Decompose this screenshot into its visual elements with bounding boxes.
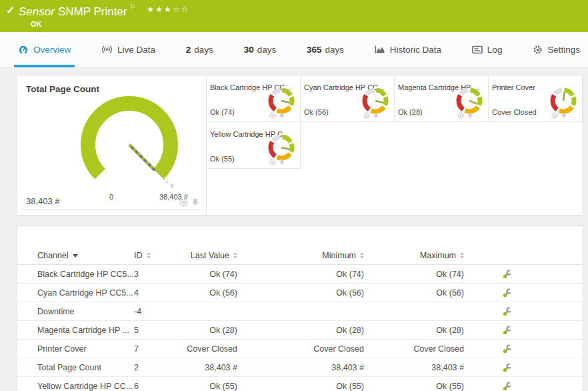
empty-cell xyxy=(489,122,583,169)
column-header-maximum[interactable]: Maximum xyxy=(384,246,484,265)
tab-live-data[interactable]: Live Data xyxy=(100,32,157,67)
mini-gauge-cell[interactable]: Magenta Cartridge HP ...Ok (28) xyxy=(395,75,489,122)
wrench-icon[interactable] xyxy=(503,288,583,298)
channel-name: Yellow Cartridge HP CC... xyxy=(17,377,134,391)
channel-minimum: Ok (28) xyxy=(257,321,384,340)
column-label: Maximum xyxy=(420,251,456,260)
column-header-last-value[interactable]: Last Value xyxy=(177,246,257,265)
channel-minimum: 38,403 # xyxy=(257,358,384,377)
pin-icon[interactable] xyxy=(279,112,285,119)
gear-icon[interactable] xyxy=(551,111,559,119)
sensor-status-text: OK xyxy=(31,20,42,28)
column-header-minimum[interactable]: Minimum xyxy=(257,246,384,265)
channel-minimum: Ok (55) xyxy=(257,377,384,391)
sort-desc-icon xyxy=(73,254,78,258)
tab-30-days[interactable]: 30days xyxy=(243,32,278,67)
channel-last-value: Ok (28) xyxy=(177,321,257,340)
channel-minimum: Ok (74) xyxy=(257,265,384,284)
tab-settings[interactable]: Settings xyxy=(531,32,581,67)
tab-number: 2 xyxy=(186,45,191,55)
star-icon[interactable]: ☆ xyxy=(173,5,181,14)
channel-name: Magenta Cartridge HP ... xyxy=(17,321,134,340)
status-ok-icon: ✓ xyxy=(6,4,15,17)
log-icon xyxy=(472,45,483,54)
table-row[interactable]: Magenta Cartridge HP ...5Ok (28)Ok (28)O… xyxy=(17,321,583,340)
table-row[interactable]: Yellow Cartridge HP CC...6Ok (55)Ok (55)… xyxy=(17,377,583,391)
empty-cell xyxy=(301,122,395,169)
star-icon[interactable]: ☆ xyxy=(181,5,189,14)
gauges-panel: Total Page Count x 0 38,403 # 38,403 # B… xyxy=(17,75,583,216)
table-row[interactable]: Printer Cover7Cover ClosedCover ClosedCo… xyxy=(17,340,583,358)
sensor-title: SensorSNMP Printer⚐★★★☆☆ xyxy=(19,3,189,19)
wrench-icon[interactable] xyxy=(503,381,583,391)
wrench-icon[interactable] xyxy=(503,344,583,354)
tab-log[interactable]: Log xyxy=(471,32,504,67)
gear-icon[interactable] xyxy=(179,198,189,208)
channel-last-value: 38,403 # xyxy=(177,358,257,377)
gear-icon[interactable] xyxy=(363,111,371,119)
live-icon xyxy=(101,45,113,54)
tab-number: 30 xyxy=(244,45,254,55)
mini-gauges-grid: Black Cartridge HP CC...Ok (74)Cyan Cart… xyxy=(207,75,583,215)
tab-label: Live Data xyxy=(117,45,155,55)
star-icon[interactable]: ★ xyxy=(164,5,173,14)
channel-maximum: Ok (28) xyxy=(384,321,484,340)
channel-last-value: Ok (55) xyxy=(177,377,257,391)
pin-icon[interactable] xyxy=(561,112,567,119)
channel-name: Cyan Cartridge HP CC5... xyxy=(17,284,134,302)
gauge-icon xyxy=(18,45,29,55)
table-row[interactable]: Downtime-4 xyxy=(17,302,583,321)
wrench-icon[interactable] xyxy=(503,325,583,335)
star-icon[interactable]: ★ xyxy=(147,5,155,14)
column-header-id[interactable]: ID xyxy=(134,246,177,265)
channels-table: ChannelIDLast ValueMinimumMaximum Black … xyxy=(17,246,583,391)
star-icon[interactable]: ★ xyxy=(155,5,164,14)
gauge-scale-min: 0 xyxy=(109,193,113,201)
mini-gauge-cell[interactable]: Black Cartridge HP CC...Ok (74) xyxy=(207,75,301,122)
column-header-channel[interactable]: Channel xyxy=(17,246,134,265)
total-page-count-gauge: x xyxy=(44,83,215,210)
mini-gauge-cell[interactable]: Cyan Cartridge HP CC...Ok (56) xyxy=(301,75,395,122)
mini-gauge-cell[interactable]: Yellow Cartridge HP C...Ok (55) xyxy=(207,122,301,169)
table-row[interactable]: Black Cartridge HP CC5...3Ok (74)Ok (74)… xyxy=(17,265,583,284)
channel-id: 7 xyxy=(134,340,177,358)
tab-number: 365 xyxy=(307,45,322,55)
sort-icon xyxy=(360,252,364,259)
flag-icon[interactable]: ⚐ xyxy=(129,3,136,11)
main-gauge-cell: Total Page Count x 0 38,403 # 38,403 # xyxy=(17,75,207,215)
tab-label: days xyxy=(257,45,277,55)
sort-icon xyxy=(233,252,237,259)
sensor-name: SNMP Printer xyxy=(58,5,127,18)
mini-gauge-cell[interactable]: Printer CoverCover Closed xyxy=(489,75,583,122)
channel-id: 3 xyxy=(134,265,177,284)
wrench-icon[interactable] xyxy=(503,306,583,316)
gear-icon[interactable] xyxy=(269,158,277,166)
pin-icon[interactable] xyxy=(279,159,285,166)
channel-maximum: Ok (55) xyxy=(384,377,484,391)
gear-icon[interactable] xyxy=(457,111,465,119)
table-row[interactable]: Cyan Cartridge HP CC5...4Ok (56)Ok (56)O… xyxy=(17,284,583,302)
column-label: Channel xyxy=(37,251,69,260)
tab-historic-data[interactable]: Historic Data xyxy=(373,32,443,67)
channel-minimum xyxy=(257,302,384,321)
tab-365-days[interactable]: 365days xyxy=(305,32,345,67)
sort-icon xyxy=(147,252,151,259)
wrench-icon[interactable] xyxy=(503,269,583,279)
gear-icon[interactable] xyxy=(269,111,277,119)
tab-overview[interactable]: Overview xyxy=(17,32,72,67)
pin-icon[interactable] xyxy=(373,112,379,119)
table-row[interactable]: Total Page Count238,403 #38,403 #38,403 … xyxy=(17,358,583,377)
pin-icon[interactable] xyxy=(467,112,473,119)
tab-label: Log xyxy=(487,45,503,55)
channel-maximum xyxy=(384,302,484,321)
mini-gauge-value: Ok (55) xyxy=(210,155,235,163)
sort-icon xyxy=(460,252,464,259)
gauge-cell-icons xyxy=(179,198,199,208)
historic-icon xyxy=(375,45,385,54)
wrench-icon[interactable] xyxy=(503,362,583,372)
tab-2-days[interactable]: 2days xyxy=(185,32,215,67)
empty-cell xyxy=(395,122,489,169)
pin-icon[interactable] xyxy=(191,198,199,207)
priority-stars[interactable]: ★★★☆☆ xyxy=(147,5,189,14)
channel-id: 5 xyxy=(134,321,177,340)
